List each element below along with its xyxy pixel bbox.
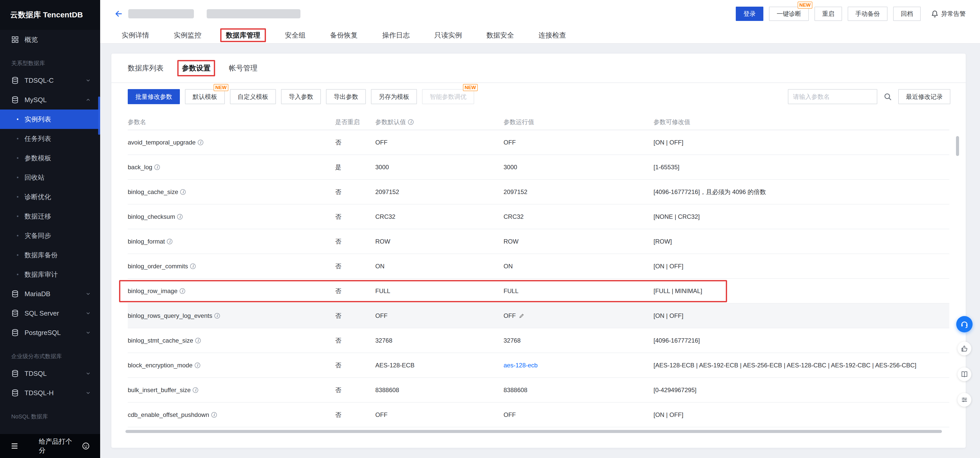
tab-1[interactable]: 实例监控 [174, 27, 201, 43]
sidebar-item[interactable]: 概览 [0, 30, 100, 49]
header-button[interactable]: 回档 [893, 6, 921, 21]
tab-7[interactable]: 数据安全 [487, 27, 514, 43]
tab-5[interactable]: 操作日志 [382, 27, 410, 43]
default-value: OFF [375, 411, 388, 418]
sidebar-item[interactable]: MySQL [0, 90, 100, 109]
toolbar-button[interactable]: 默认模板NEW [185, 89, 225, 104]
restart-required-value: 否 [335, 287, 341, 295]
customer-service-button[interactable] [956, 316, 973, 333]
table-row[interactable]: binlog_format否ROWROW[ROW] [128, 229, 949, 254]
running-value-cell: ROW [504, 238, 654, 245]
sidebar-item[interactable]: TDSQL [0, 364, 100, 383]
sidebar-item[interactable]: PostgreSQL [0, 323, 100, 342]
param-name-cell: block_encryption_mode [128, 362, 335, 369]
search-input[interactable] [788, 89, 877, 104]
table-row[interactable]: cdb_enable_offset_pushdown否OFFOFF[ON | O… [128, 403, 949, 427]
table-horizontal-scrollbar[interactable] [126, 430, 942, 433]
tab-0[interactable]: 实例详情 [122, 27, 149, 43]
sidebar-item[interactable]: TDSQL-C [0, 71, 100, 90]
docs-button[interactable] [958, 368, 971, 381]
modifiable-value: [AES-128-ECB | AES-192-ECB | AES-256-ECB… [654, 362, 916, 369]
table-row[interactable]: block_encryption_mode否AES-128-ECBaes-128… [128, 353, 949, 378]
table-row[interactable]: binlog_stmt_cache_size否3276832768[4096-1… [128, 328, 949, 353]
sidebar-subitem[interactable]: 回收站 [0, 168, 100, 187]
back-icon[interactable] [115, 9, 124, 18]
sidebar-subitem[interactable]: 任务列表 [0, 129, 100, 148]
sidebar-nav: 概览关系型数据库TDSQL-CMySQL实例列表任务列表参数模板回收站诊断优化数… [0, 30, 100, 434]
toolbar-button[interactable]: 智能参数调优NEW [422, 89, 474, 104]
running-value[interactable]: aes-128-ecb [504, 362, 538, 369]
alarm-label: 异常告警 [941, 10, 966, 18]
table-row[interactable]: bulk_insert_buffer_size否83886088388608[0… [128, 378, 949, 403]
parameters-table: 参数名是否重启参数默认值参数运行值参数可修改值 avoid_temporal_u… [128, 114, 949, 427]
sidebar-scrollbar[interactable] [98, 97, 100, 135]
survey-button[interactable] [958, 393, 971, 407]
default-value-cell: OFF [375, 139, 504, 146]
table-row[interactable]: binlog_row_image否FULLFULL[FULL | MINIMAL… [128, 279, 949, 304]
modifiable-value: [ROW] [654, 238, 672, 245]
toolbar-button[interactable]: 自定义模板 [230, 89, 276, 104]
header-button[interactable]: 一键诊断NEW [769, 6, 809, 21]
modifiable-value-cell: [ON | OFF] [654, 312, 949, 319]
table-row[interactable]: binlog_rows_query_log_events否OFFOFF[ON |… [128, 304, 949, 328]
info-icon [408, 119, 414, 125]
sidebar-subitem-label: 参数模板 [24, 154, 51, 163]
running-value-cell: OFF [504, 312, 654, 319]
tab-2[interactable]: 数据库管理 [226, 27, 260, 43]
toolbar-button[interactable]: 导出参数 [326, 89, 366, 104]
table-vertical-scrollbar[interactable] [956, 136, 959, 156]
sidebar-subitem-label: 数据迁移 [24, 212, 51, 221]
sidebar-subitem[interactable]: 诊断优化 [0, 187, 100, 206]
modifiable-value-cell: [ROW] [654, 238, 949, 245]
subtab-label: 数据库列表 [128, 63, 164, 73]
sidebar-item[interactable]: TDSQL-H [0, 383, 100, 403]
table-row[interactable]: binlog_order_commits否ONON[ON | OFF] [128, 254, 949, 279]
chevron-down-icon [85, 311, 91, 316]
header-button[interactable]: 登录 [736, 6, 764, 21]
alarm-button[interactable]: 异常告警 [931, 10, 966, 18]
column-header-label: 参数可修改值 [654, 118, 690, 126]
sidebar-item[interactable]: MariaDB [0, 284, 100, 304]
sidebar-subitem-label: 数据库备份 [24, 251, 58, 260]
subtab-1[interactable]: 参数设置 [182, 54, 210, 82]
modifiable-value: [1-65535] [654, 164, 679, 171]
toolbar-button[interactable]: 另存为模板 [371, 89, 417, 104]
tab-6[interactable]: 只读实例 [434, 27, 462, 43]
tab-3[interactable]: 安全组 [285, 27, 305, 43]
sidebar-item-label: MySQL [24, 96, 47, 104]
table-row[interactable]: avoid_temporal_upgrade否OFFOFF[ON | OFF] [128, 130, 949, 155]
rate-product-label[interactable]: 给产品打个分 [39, 437, 78, 455]
sidebar-item[interactable]: SQL Server [0, 304, 100, 323]
header-button[interactable]: 重启 [815, 6, 842, 21]
table-row[interactable]: binlog_checksum否CRC32CRC32[NONE | CRC32] [128, 204, 949, 229]
collapse-menu-icon[interactable] [10, 442, 19, 450]
info-icon [195, 338, 201, 343]
top-header: 登录一键诊断NEW重启手动备份回档 异常告警 [100, 0, 980, 27]
info-icon [180, 288, 185, 294]
header-button[interactable]: 手动备份 [848, 6, 888, 21]
modifiable-value: [NONE | CRC32] [654, 213, 700, 220]
tab-8[interactable]: 连接检查 [539, 27, 566, 43]
tab-4[interactable]: 备份恢复 [330, 27, 358, 43]
sidebar-subitem[interactable]: 数据迁移 [0, 206, 100, 226]
edit-icon[interactable] [519, 313, 525, 319]
table-row[interactable]: back_log是30003000[1-65535] [128, 155, 949, 180]
search-icon[interactable] [883, 92, 892, 101]
sidebar-subitem[interactable]: 参数模板 [0, 148, 100, 168]
sidebar-subitem[interactable]: 数据库备份 [0, 245, 100, 265]
database-icon [11, 309, 19, 317]
sidebar-subitem-label: 灾备同步 [24, 231, 51, 240]
sidebar-subitem[interactable]: 灾备同步 [0, 226, 100, 245]
subtab-0[interactable]: 数据库列表 [128, 54, 164, 82]
default-value: 3000 [375, 164, 389, 171]
sidebar-subitem-label: 实例列表 [24, 115, 51, 124]
toolbar-button[interactable]: 导入参数 [281, 89, 321, 104]
toolbar-button[interactable]: 批量修改参数 [128, 89, 180, 104]
sidebar-subitem[interactable]: 实例列表 [0, 109, 100, 129]
sidebar-subitem[interactable]: 数据库审计 [0, 265, 100, 284]
history-button[interactable]: 最近修改记录 [898, 89, 950, 104]
subtab-2[interactable]: 帐号管理 [229, 54, 258, 82]
table-row[interactable]: binlog_cache_size否20971522097152[4096-16… [128, 180, 949, 204]
toolbar-button-label: 另存为模板 [379, 93, 409, 101]
feedback-button[interactable] [958, 342, 971, 355]
